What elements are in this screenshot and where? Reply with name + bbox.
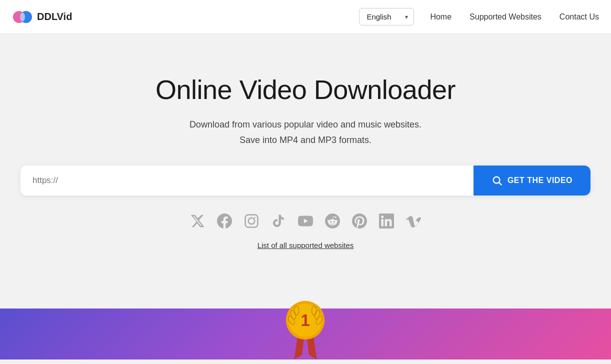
- svg-point-6: [248, 218, 255, 224]
- search-icon: [492, 175, 502, 186]
- nav-contact-link[interactable]: Contact Us: [560, 12, 599, 22]
- medal-section: 1: [0, 300, 611, 360]
- get-video-button[interactable]: GET THE VIDEO: [474, 166, 590, 196]
- logo-link[interactable]: DDLVid: [12, 6, 72, 28]
- svg-text:1: 1: [300, 311, 310, 330]
- hero-subtitle: Download from various popular video and …: [10, 117, 601, 148]
- svg-point-2: [20, 12, 25, 22]
- nav-links: Home Supported Websites Contact Us: [430, 12, 599, 22]
- search-bar: GET THE VIDEO: [20, 166, 590, 196]
- get-video-label: GET THE VIDEO: [508, 176, 572, 185]
- svg-rect-5: [246, 215, 258, 228]
- logo-icon: [12, 6, 33, 28]
- youtube-icon: [298, 214, 313, 231]
- pinterest-icon: [352, 214, 367, 231]
- supported-websites-link[interactable]: List of all supported websites: [258, 241, 354, 250]
- hero-title: Online Video Downloader: [10, 74, 601, 105]
- reddit-icon: [325, 214, 340, 231]
- navbar: DDLVid English Español Français Deutsch …: [0, 0, 611, 34]
- twitter-icon: [190, 214, 205, 231]
- nav-supported-link[interactable]: Supported Websites: [470, 12, 542, 22]
- logo-text: DDLVid: [37, 11, 72, 22]
- rank-medal: 1: [280, 300, 332, 360]
- vimeo-icon: [406, 214, 421, 231]
- linkedin-icon: [379, 214, 394, 231]
- nav-home-link[interactable]: Home: [430, 12, 452, 22]
- social-icons-row: [10, 214, 601, 231]
- hero-section: Online Video Downloader Download from va…: [0, 34, 611, 300]
- svg-point-3: [494, 177, 500, 184]
- svg-line-4: [499, 182, 502, 185]
- url-input[interactable]: [20, 166, 474, 196]
- medal-wrapper: 1: [280, 300, 332, 360]
- language-selector-wrapper: English Español Français Deutsch 中文 ▾: [359, 8, 414, 26]
- tiktok-icon: [271, 214, 286, 231]
- svg-point-7: [254, 217, 256, 218]
- language-select[interactable]: English Español Français Deutsch 中文: [359, 8, 414, 26]
- hero-subtitle-line2: Save into MP4 and MP3 formats.: [240, 135, 372, 145]
- instagram-icon: [244, 214, 259, 231]
- facebook-icon: [217, 214, 232, 231]
- hero-subtitle-line1: Download from various popular video and …: [190, 120, 422, 130]
